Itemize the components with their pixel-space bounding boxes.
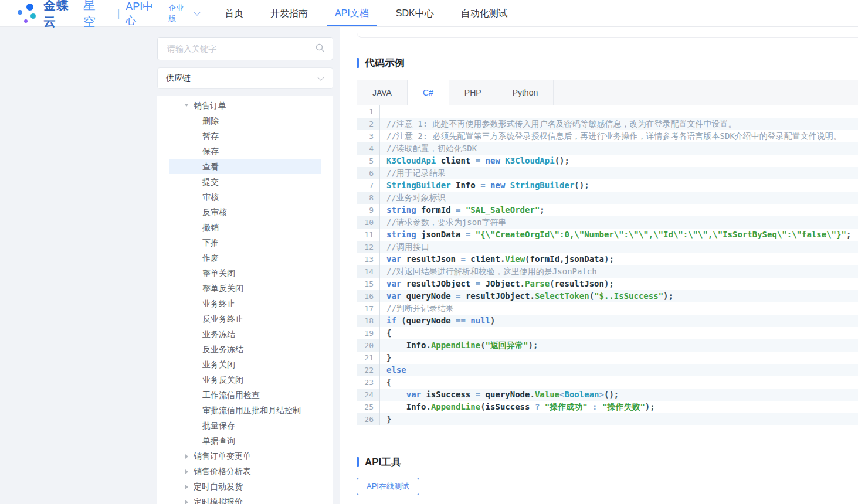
tree-leaf-批量保存[interactable]: 批量保存 [157,418,333,433]
tree-node-定时自动发货[interactable]: 定时自动发货 [157,479,333,494]
section-title-accent-bar [357,457,359,467]
nav-item-首页[interactable]: 首页 [211,0,257,26]
brand-name-primary: 金蝶云 [43,0,82,30]
caret-right-icon[interactable] [185,500,188,504]
tree-node-label: 销售订单 [194,101,226,110]
tree-leaf-作废[interactable]: 作废 [157,250,333,265]
line-number: 15 [357,278,380,290]
tree-leaf-label: 业务关闭 [202,360,235,369]
line-number: 5 [357,155,380,167]
search-icon[interactable] [316,43,324,55]
tree-leaf-业务终止[interactable]: 业务终止 [157,296,333,311]
nav-item-自动化测试[interactable]: 自动化测试 [447,0,521,26]
tree-leaf-业务关闭[interactable]: 业务关闭 [157,357,333,372]
left-panel-background: 供应链 销售订单删除暂存保存查看提交审核反审核撤销下推作废整单关闭整单反关闭业务… [0,26,340,504]
category-chevron-down-icon [317,74,324,80]
tree-leaf-审核[interactable]: 审核 [157,189,333,205]
code-tab-C#[interactable]: C# [408,80,449,106]
code-example-section-title: 代码示例 [357,57,405,69]
code-language-tab-bar: JAVAC#PHPPython [357,80,858,105]
tree-leaf-label: 单据查询 [202,436,235,445]
category-select[interactable]: 供应链 [157,67,333,89]
tree-leaf-label: 作废 [202,253,219,263]
code-tab-Python[interactable]: Python [497,80,554,105]
kingdee-dots-logo-icon [16,3,40,24]
api-tree-panel: 销售订单删除暂存保存查看提交审核反审核撤销下推作废整单关闭整单反关闭业务终止反业… [157,96,333,504]
line-number: 8 [357,192,380,204]
tree-node-销售订单[interactable]: 销售订单 [157,98,333,113]
code-line-content: //判断并记录结果 [380,302,454,315]
caret-right-icon[interactable] [185,469,188,474]
api-online-test-button[interactable]: API在线测试 [357,478,419,495]
tree-leaf-保存[interactable]: 保存 [157,144,333,159]
tree-leaf-整单关闭[interactable]: 整单关闭 [157,265,333,281]
brand-logo[interactable]: 金蝶云 星空 | API中心 企业版 [16,0,199,30]
code-line: 15var resultJObject = JObject.Parse(resu… [357,278,858,290]
code-line-content: else [380,364,406,376]
line-number: 26 [357,413,380,425]
tree-node-销售订单变更单[interactable]: 销售订单变更单 [157,448,333,464]
line-number: 22 [357,364,380,376]
line-number: 25 [357,401,380,413]
caret-right-icon[interactable] [185,485,188,489]
code-line-content: Info.AppendLine(isSuccess ? "操作成功" : "操作… [380,401,655,413]
tree-leaf-label: 反业务冻结 [202,345,243,354]
tree-node-label: 定时模拟报价 [194,497,243,504]
tree-leaf-查看[interactable]: 查看 [169,159,321,174]
code-line-content: //读取配置，初始化SDK [380,142,477,155]
code-line-content: var isSuccess = queryNode.Value<Boolean>… [380,389,619,401]
code-line: 17//判断并记录结果 [357,302,858,315]
category-selected-value: 供应链 [166,73,191,84]
tree-leaf-业务冻结[interactable]: 业务冻结 [157,326,333,342]
code-example-title-text: 代码示例 [365,56,405,70]
tree-leaf-下推[interactable]: 下推 [157,235,333,250]
main-nav-menu: 首页开发指南API文档SDK中心自动化测试 [211,0,521,26]
code-line-content: //用于记录结果 [380,167,446,179]
brand-edition-label[interactable]: 企业版 [168,3,191,24]
tree-node-定时模拟报价[interactable]: 定时模拟报价 [157,494,333,504]
nav-item-API文档[interactable]: API文档 [321,0,382,26]
edition-chevron-down-icon[interactable] [194,9,200,15]
caret-right-icon[interactable] [185,454,188,459]
code-line-content: //对返回结果进行解析和校验，这里使用的是JsonPatch [380,265,597,278]
tree-leaf-label: 下推 [202,238,219,247]
tree-leaf-审批流信用压批和月结控制[interactable]: 审批流信用压批和月结控制 [157,403,333,418]
tree-leaf-撤销[interactable]: 撤销 [157,220,333,235]
code-line: 5K3CloudApi client = new K3CloudApi(); [357,155,858,167]
tree-leaf-单据查询[interactable]: 单据查询 [157,433,333,448]
tree-leaf-删除[interactable]: 删除 [157,113,333,128]
tree-leaf-业务反关闭[interactable]: 业务反关闭 [157,372,333,387]
search-input[interactable] [166,43,316,54]
code-tab-JAVA[interactable]: JAVA [357,80,408,105]
code-line-content: //调用接口 [380,241,429,253]
nav-item-SDK中心[interactable]: SDK中心 [382,0,447,26]
tree-leaf-整单反关闭[interactable]: 整单反关闭 [157,281,333,296]
tree-leaf-反审核[interactable]: 反审核 [157,205,333,220]
tree-leaf-反业务冻结[interactable]: 反业务冻结 [157,342,333,357]
line-number: 10 [357,216,380,229]
line-number: 13 [357,253,380,265]
tree-leaf-label: 批量保存 [202,421,235,430]
brand-name-secondary: 星空 [83,0,109,30]
api-tools-section-title: API工具 [357,456,401,468]
code-line: 9string formId = "SAL_SaleOrder"; [357,204,858,216]
code-block[interactable]: 12//注意 1: 此处不再使用参数形式传入用户名及密码等敏感信息，改为在登录配… [357,105,858,425]
code-line: 3//注意 2: 必须先配置第三方系统登录授权信息后，再进行业务操作，详情参考各… [357,130,858,142]
code-line-content: //请求参数，要求为json字符串 [380,216,507,229]
tree-leaf-提交[interactable]: 提交 [157,174,333,189]
code-line: 2//注意 1: 此处不再使用参数形式传入用户名及密码等敏感信息，改为在登录配置… [357,118,858,130]
tree-leaf-暂存[interactable]: 暂存 [157,128,333,144]
tree-leaf-反业务终止[interactable]: 反业务终止 [157,311,333,326]
line-number: 21 [357,352,380,364]
code-line-content: { [380,376,391,389]
code-line: 10//请求参数，要求为json字符串 [357,216,858,229]
code-line: 4//读取配置，初始化SDK [357,142,858,155]
code-tab-PHP[interactable]: PHP [449,80,497,105]
line-number: 24 [357,389,380,401]
tree-leaf-工作流信用检查[interactable]: 工作流信用检查 [157,387,333,403]
line-number: 16 [357,290,380,302]
tree-node-销售价格分析表[interactable]: 销售价格分析表 [157,464,333,479]
code-line: 1 [357,105,858,118]
caret-down-icon[interactable] [184,104,189,107]
nav-item-开发指南[interactable]: 开发指南 [257,0,321,26]
